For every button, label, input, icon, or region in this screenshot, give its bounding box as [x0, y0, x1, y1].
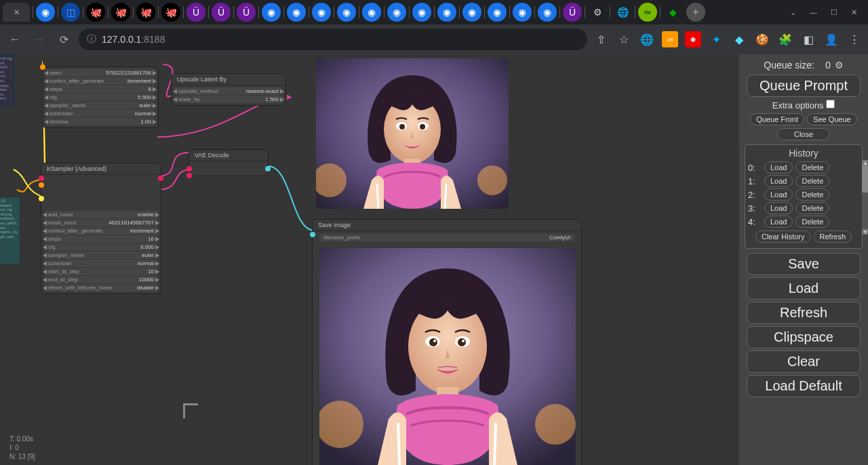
- history-delete-button[interactable]: Delete: [795, 175, 829, 187]
- ext-icon[interactable]: ●: [685, 31, 701, 47]
- ext-icon[interactable]: 🌐: [639, 31, 655, 47]
- ext-icon[interactable]: ✦: [708, 31, 724, 47]
- minimize-button[interactable]: —: [810, 8, 817, 17]
- load-default-button[interactable]: Load Default: [747, 375, 861, 397]
- refresh-button[interactable]: Refresh: [747, 302, 861, 324]
- upscale-latent-node[interactable]: Upscale Latent By ◀upscale_methodnearest…: [171, 73, 286, 106]
- node-param-row[interactable]: ◀steps8▶: [45, 85, 155, 93]
- node-param-row[interactable]: ◀schedulernormal▶: [44, 260, 158, 267]
- tab-icon[interactable]: ◉: [538, 3, 557, 22]
- github-icon[interactable]: 🐙: [111, 3, 130, 22]
- clear-history-button[interactable]: Clear History: [755, 230, 811, 243]
- tab-icon[interactable]: ◫: [61, 3, 80, 22]
- globe-icon[interactable]: 🌐: [613, 3, 632, 22]
- node-graph-canvas[interactable]: smil ing, soft, RAW, red, urrd red, happ…: [0, 54, 739, 465]
- back-button[interactable]: ←: [5, 30, 24, 49]
- clear-button[interactable]: Clear: [747, 350, 861, 373]
- reload-button[interactable]: ⟳: [54, 30, 73, 49]
- ext-icon[interactable]: off: [662, 31, 678, 47]
- tab-icon[interactable]: ◉: [337, 3, 356, 22]
- tab-icon[interactable]: Ü: [237, 3, 256, 22]
- prompt-node-partial[interactable]: smil ing, soft, RAW, red, urrd red, happ…: [0, 54, 15, 108]
- history-load-button[interactable]: Load: [764, 175, 793, 187]
- close-button[interactable]: Close: [777, 128, 830, 140]
- tab-icon[interactable]: ◉: [462, 3, 481, 22]
- menu-icon[interactable]: ⋮: [846, 31, 863, 47]
- node-param-row[interactable]: ◀cfg8.000▶: [44, 243, 158, 251]
- node-param-row[interactable]: ◀denoise1.00▶: [45, 118, 155, 125]
- queue-front-button[interactable]: Queue Front: [750, 113, 804, 125]
- close-window-button[interactable]: ✕: [851, 8, 857, 17]
- history-delete-button[interactable]: Delete: [795, 161, 829, 174]
- history-delete-button[interactable]: Delete: [795, 202, 829, 214]
- nvidia-icon[interactable]: nv: [638, 3, 657, 22]
- tab-icon[interactable]: Ü: [212, 3, 231, 22]
- gear-icon[interactable]: ⚙: [835, 60, 844, 70]
- node-param-row[interactable]: ◀noise_seed462118145887707▶: [44, 219, 158, 226]
- save-image-node[interactable]: Save Image filename_prefix ComfyUI: [312, 219, 582, 465]
- site-info-icon[interactable]: ⓘ: [87, 33, 96, 45]
- history-delete-button[interactable]: Delete: [795, 216, 829, 228]
- ext-icon[interactable]: 🍪: [754, 31, 770, 47]
- node-param-row[interactable]: ◀control_after_generateincrement▶: [44, 227, 158, 235]
- ksampler-advanced-node[interactable]: KSampler (Advanced) ◀add_noiseenable▶◀no…: [41, 163, 161, 294]
- maximize-button[interactable]: ☐: [831, 8, 837, 17]
- history-load-button[interactable]: Load: [764, 188, 793, 201]
- github-icon[interactable]: 🐙: [161, 3, 180, 22]
- new-tab-button[interactable]: +: [686, 3, 705, 22]
- history-load-button[interactable]: Load: [764, 161, 793, 174]
- node-param-row[interactable]: ◀steps16▶: [44, 235, 158, 243]
- extensions-icon[interactable]: 🧩: [777, 31, 793, 47]
- ksampler-node[interactable]: ◀seed578122121881706▶◀control_after_gene…: [42, 66, 159, 128]
- refresh-history-button[interactable]: Refresh: [814, 230, 852, 243]
- see-queue-button[interactable]: See Queue: [807, 113, 857, 125]
- tab-icon[interactable]: ◉: [312, 3, 331, 22]
- save-button[interactable]: Save: [747, 253, 861, 275]
- node-param-row[interactable]: ◀schedulernormal▶: [45, 110, 155, 117]
- node-param-row[interactable]: ◀upscale_methodnearest-exact▶: [174, 87, 283, 95]
- load-button[interactable]: Load: [747, 277, 861, 300]
- preview-image-node[interactable]: [316, 58, 509, 209]
- node-param-row[interactable]: ◀return_with_leftover_noisedisable▶: [44, 284, 158, 291]
- clipspace-button[interactable]: Clipspace: [747, 326, 861, 348]
- tab-icon[interactable]: ◉: [262, 3, 281, 22]
- active-tab-close[interactable]: ✕: [3, 3, 30, 22]
- history-load-button[interactable]: Load: [764, 202, 793, 214]
- tab-icon[interactable]: ◉: [287, 3, 306, 22]
- github-icon[interactable]: 🐙: [86, 3, 105, 22]
- tab-icon[interactable]: ◉: [412, 3, 431, 22]
- node-param-row[interactable]: ◀scale_by1.500▶: [174, 96, 283, 103]
- history-delete-button[interactable]: Delete: [795, 188, 829, 201]
- prompt-node-partial[interactable]: 0.5], ntilated, less, ng, missing neckla…: [0, 197, 20, 264]
- tab-icon[interactable]: Ü: [563, 3, 582, 22]
- tab-icon[interactable]: ◉: [362, 3, 381, 22]
- tab-icon[interactable]: ◉: [513, 3, 532, 22]
- node-param-row[interactable]: ◀cfg5.500▶: [45, 94, 155, 101]
- node-param-row[interactable]: ◀seed578122121881706▶: [45, 69, 155, 77]
- tab-icon[interactable]: ◉: [488, 3, 507, 22]
- bookmark-icon[interactable]: ☆: [616, 31, 632, 47]
- profile-icon[interactable]: 👤: [823, 31, 840, 47]
- node-param-row[interactable]: ◀control_after_generateincrement▶: [45, 77, 155, 85]
- tab-icon[interactable]: ◉: [387, 3, 406, 22]
- filename-prefix-value[interactable]: ComfyUI: [549, 235, 570, 241]
- tab-icon[interactable]: ◉: [36, 3, 55, 22]
- chevron-down-icon[interactable]: ⌄: [790, 8, 796, 17]
- github-icon[interactable]: 🐙: [136, 3, 155, 22]
- address-bar[interactable]: ⓘ 127.0.0.1:8188: [79, 28, 587, 50]
- tab-icon[interactable]: ◆: [663, 3, 682, 22]
- ext-icon[interactable]: ◆: [731, 31, 747, 47]
- node-param-row[interactable]: ◀add_noiseenable▶: [44, 211, 158, 218]
- settings-icon[interactable]: ⚙: [588, 3, 607, 22]
- node-param-row[interactable]: ◀sampler_nameeuler▶: [44, 251, 158, 259]
- queue-prompt-button[interactable]: Queue Prompt: [747, 75, 861, 97]
- node-param-row[interactable]: ◀start_at_step10▶: [44, 268, 158, 275]
- history-scrollbar[interactable]: ▲ ▼: [862, 160, 868, 235]
- side-panel-icon[interactable]: ◧: [800, 31, 816, 47]
- share-icon[interactable]: ⇧: [593, 31, 609, 47]
- forward-button[interactable]: →: [30, 30, 49, 49]
- node-param-row[interactable]: ◀end_at_step10000▶: [44, 276, 158, 283]
- node-param-row[interactable]: ◀sampler_nameeuler▶: [45, 102, 155, 109]
- history-load-button[interactable]: Load: [764, 216, 793, 228]
- resize-handle[interactable]: [183, 403, 198, 418]
